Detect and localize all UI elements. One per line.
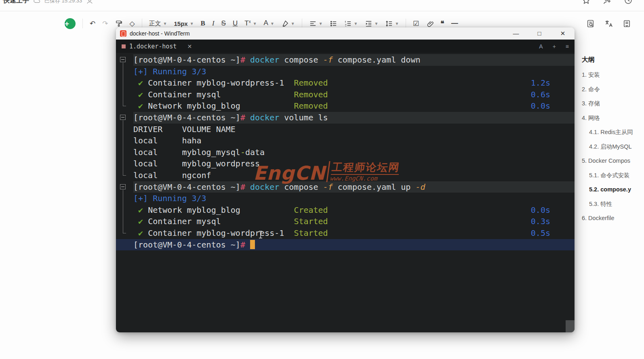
chevron-down-icon: ▼ (190, 21, 194, 26)
outline-item[interactable]: 3. 存储 (582, 97, 644, 111)
terminal-duration: 0.0s (531, 204, 550, 216)
window-title: docker-host - WindTerm (130, 30, 190, 37)
italic-button[interactable]: I (212, 19, 215, 27)
link-icon[interactable] (426, 20, 434, 27)
bullet-list-button[interactable] (330, 20, 337, 27)
highlight-color-button[interactable]: ▼ (281, 20, 295, 27)
toolbar-divider (406, 19, 406, 28)
strikethrough-button[interactable]: S (221, 19, 226, 27)
terminal-line: [root@VM-0-4-centos ~]# docker compose -… (133, 181, 575, 193)
terminal-duration: 0.6s (531, 89, 550, 101)
chevron-down-icon: ▼ (319, 21, 323, 26)
collaborator-icon[interactable] (86, 0, 93, 4)
star-favorite-icon[interactable] (582, 0, 591, 5)
insert-block-button[interactable]: + (65, 18, 76, 29)
tab-close-icon[interactable]: ✕ (187, 43, 192, 50)
chevron-down-icon: ▼ (270, 21, 274, 26)
font-color-button[interactable]: A▼ (264, 19, 274, 28)
superscript-button[interactable]: Tx ▼ (244, 19, 257, 27)
outline-item[interactable]: 5.1. 命令式安装 (582, 168, 644, 183)
document-title: 快速上手 (3, 0, 29, 5)
outline-item[interactable]: 1. 安装 (582, 68, 644, 82)
line-spacing-button[interactable]: ▼ (385, 20, 399, 27)
maximize-button[interactable]: □ (528, 27, 551, 39)
catalog-panel-icon[interactable] (623, 19, 631, 28)
indent-button[interactable]: ▼ (365, 20, 379, 27)
terminal-line: [+] Running 3/3 (133, 66, 575, 78)
terminal-line: [root@VM-0-4-centos ~]# (133, 239, 575, 251)
toolbar-divider (302, 19, 302, 28)
underline-button[interactable]: U (233, 19, 238, 27)
chevron-down-icon: ▼ (375, 21, 379, 26)
terminal-line: local haha (133, 135, 575, 147)
terminal-line: local myblog_wordpress (133, 158, 575, 170)
blockquote-button[interactable]: ❝ (441, 19, 444, 28)
translate-icon[interactable] (604, 19, 613, 28)
outline-list: 1. 安装2. 命令3. 存储4. 网络4.1. Redis主从同4.2. 启动… (582, 68, 644, 226)
bold-button[interactable]: B (201, 19, 205, 27)
outline-title: 大纲 (582, 56, 644, 64)
paragraph-style-select[interactable]: 正文▼ (149, 20, 167, 27)
terminal-line: local myblog_mysql-data (133, 147, 575, 158)
outline-item[interactable]: 5.3. 特性 (582, 197, 644, 212)
outline-item[interactable]: 4. 网络 (582, 111, 644, 126)
terminal-line: ✔ Container myblog-wordpress-1 Started0.… (133, 227, 575, 239)
windterm-app-icon (120, 30, 126, 37)
outline-item[interactable]: 4.2. 启动MySQL (582, 140, 644, 154)
terminal-body[interactable]: [root@VM-0-4-centos ~]# docker compose -… (116, 53, 575, 332)
terminal-duration: 0.0s (531, 100, 550, 112)
screen: 快速上手 已保存 15:29:33 (0, 0, 644, 359)
horizontal-rule-button[interactable]: — (451, 19, 458, 27)
new-tab-button[interactable]: + (553, 43, 556, 50)
terminal-line: ✔ Container myblog-wordpress-1 Removed1.… (133, 77, 575, 89)
terminal-scrollbar-thumb[interactable] (566, 320, 575, 332)
outline-item[interactable]: 5.2. compose.y (582, 183, 644, 197)
saved-status: 已保存 15:29:33 (44, 0, 82, 4)
terminal-line: ✔ Container mysql Removed0.6s (133, 89, 575, 101)
terminal-line: [root@VM-0-4-centos ~]# docker compose -… (133, 54, 575, 66)
terminal-line: ✔ Network myblog_blog Created0.0s (133, 204, 575, 216)
mouse-text-cursor (258, 231, 263, 239)
eraser-icon[interactable]: ◇ (130, 19, 135, 28)
terminal-lines: [root@VM-0-4-centos ~]# docker compose -… (116, 54, 575, 250)
terminal-line: ✔ Container mysql Started0.3s (133, 216, 575, 227)
minimize-button[interactable]: — (504, 27, 528, 39)
terminal-duration: 1.2s (531, 77, 550, 89)
terminal-line: ✔ Network myblog_blog Removed0.0s (133, 100, 575, 112)
history-clock-icon[interactable] (624, 0, 633, 5)
share-invite-icon[interactable] (603, 0, 612, 5)
terminal-line: [root@VM-0-4-centos ~]# docker volume ls (133, 112, 575, 124)
toolbar-divider (82, 19, 83, 28)
close-button[interactable]: ✕ (551, 27, 575, 39)
terminal-line: [+] Running 3/3 (133, 193, 575, 204)
outline-item[interactable]: 4.1. Redis主从同 (582, 125, 644, 140)
terminal-duration: 0.3s (531, 216, 550, 227)
terminal-line: DRIVER VOLUME NAME (133, 124, 575, 135)
align-button[interactable]: ▼ (309, 20, 323, 27)
undo-button[interactable]: ↶ (90, 19, 95, 28)
terminal-tabbar: 1.docker-host ✕ A + ≡ (116, 40, 575, 53)
tab-status-icon (122, 44, 126, 48)
toolbar-divider (142, 19, 142, 28)
format-painter-icon[interactable] (115, 20, 123, 27)
outline-item[interactable]: 5. Docker Compos (582, 154, 644, 168)
font-size-select[interactable]: 15px▼ (174, 20, 194, 27)
find-in-document-icon[interactable] (586, 19, 595, 28)
numbered-list-button[interactable]: ▼ (344, 20, 358, 27)
outline-item[interactable]: 2. 命令 (582, 82, 644, 97)
outline-sidebar: 大纲 1. 安装2. 命令3. 存储4. 网络4.1. Redis主从同4.2.… (582, 56, 644, 226)
terminal-line: local ngconf (133, 170, 575, 181)
terminal-duration: 0.5s (531, 227, 550, 239)
tabbar-menu-button[interactable]: ≡ (566, 43, 569, 50)
outline-item[interactable]: 6. Dockerfile (582, 211, 644, 226)
chevron-down-icon: ▼ (163, 21, 167, 26)
window-titlebar[interactable]: docker-host - WindTerm — □ ✕ (116, 27, 575, 40)
redo-button[interactable]: ↷ (102, 19, 108, 28)
chevron-down-icon: ▼ (253, 21, 257, 26)
cloud-sync-icon (33, 0, 40, 4)
windterm-window: docker-host - WindTerm — □ ✕ 1.docker-ho… (116, 27, 575, 332)
text-size-button[interactable]: A (539, 43, 543, 50)
task-checkbox-button[interactable]: ☑ (413, 19, 419, 28)
tab-docker-host[interactable]: 1.docker-host (129, 43, 177, 50)
chevron-down-icon: ▼ (395, 21, 399, 26)
